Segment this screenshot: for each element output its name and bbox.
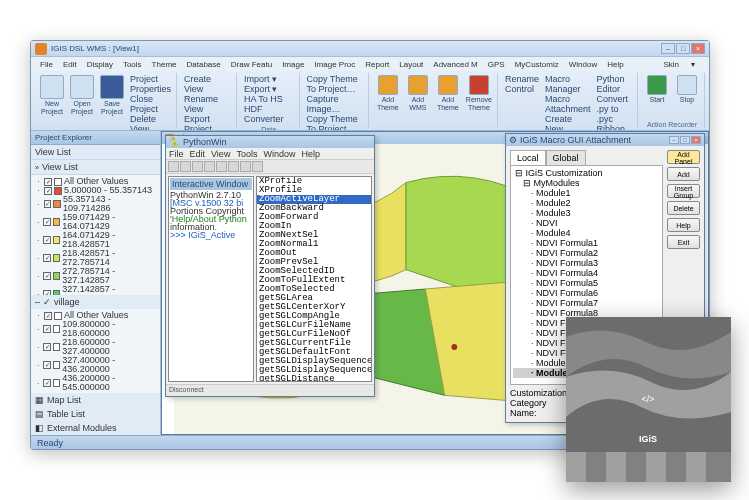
tree-root[interactable]: ⊟ IGiS Customization <box>513 168 660 178</box>
tree-node[interactable]: ·✓327.400000 - 436.200000 <box>35 356 156 374</box>
start-rec[interactable]: Start <box>643 73 671 106</box>
titlebar[interactable]: IGIS DSL WMS : [View1] – □ × <box>31 41 709 57</box>
py-menu-item[interactable]: File <box>169 149 184 159</box>
delete-button[interactable]: Delete <box>667 201 700 215</box>
external-modules[interactable]: ◧External Modules <box>31 421 160 435</box>
menu-item[interactable]: Display <box>82 60 118 69</box>
module-item[interactable]: · Module4 <box>513 228 660 238</box>
checkbox-icon[interactable]: ✓ <box>43 325 50 333</box>
py-menu-item[interactable]: Edit <box>190 149 206 159</box>
completion-item[interactable]: getSGLDistance <box>257 375 371 382</box>
add-theme-2[interactable]: Add Theme <box>434 73 462 114</box>
ribbon-item[interactable]: Close Project <box>130 94 171 114</box>
ribbon-item[interactable]: Project Properties <box>130 74 171 94</box>
checkbox-icon[interactable]: ✓ <box>44 200 52 208</box>
menu-item[interactable]: File <box>35 60 58 69</box>
module-item[interactable]: · NDVI Formula2 <box>513 248 660 258</box>
help-button[interactable]: Help <box>667 218 700 232</box>
py-menu-item[interactable]: Tools <box>236 149 257 159</box>
tree-node[interactable]: ·✓218.428571 - 272.785714 <box>35 249 156 267</box>
tree-node[interactable]: ·✓218.600000 - 327.400000 <box>35 338 156 356</box>
tab-local[interactable]: Local <box>510 150 546 165</box>
layer-tree[interactable]: ·✓All Other Values·✓5.000000 - 55.357143… <box>31 175 160 295</box>
ribbon-item[interactable]: Import ▾ <box>244 74 294 84</box>
ribbon-item[interactable]: HA To HS HDF Converter <box>244 94 294 124</box>
menu-item[interactable]: MyCustomiz <box>510 60 564 69</box>
checkbox-icon[interactable]: ✓ <box>43 297 51 307</box>
add-button[interactable]: Add <box>667 167 700 181</box>
village-tree[interactable]: ·✓All Other Values·✓109.800000 - 218.600… <box>31 309 160 393</box>
maximize-button[interactable]: □ <box>676 43 690 54</box>
ribbon-item[interactable]: Export Project Metadata <box>184 114 231 131</box>
python-console[interactable]: Interactive Window PythonWin 2.7.10 [MSC… <box>168 176 254 382</box>
add-theme[interactable]: Add Theme <box>374 73 402 114</box>
py-tool-button[interactable] <box>204 161 215 172</box>
add-panel-button[interactable]: Add Panel <box>667 150 700 164</box>
checkbox-icon[interactable]: ✓ <box>43 236 50 244</box>
section-header[interactable]: View List <box>31 145 160 159</box>
exit-button[interactable]: Exit <box>667 235 700 249</box>
stop-rec[interactable]: Stop <box>673 73 701 106</box>
module-item[interactable]: · Module2 <box>513 198 660 208</box>
py-tool-button[interactable] <box>228 161 239 172</box>
skin-selector[interactable]: Skin▾ <box>653 60 705 69</box>
module-item[interactable]: · NDVI Formula7 <box>513 298 660 308</box>
module-item[interactable]: · NDVI Formula5 <box>513 278 660 288</box>
module-item[interactable]: · NDVI <box>513 218 660 228</box>
remove-theme[interactable]: Remove Theme <box>464 73 494 114</box>
py-tool-button[interactable] <box>240 161 251 172</box>
menu-item[interactable]: Edit <box>58 60 82 69</box>
checkbox-icon[interactable]: ✓ <box>43 379 50 387</box>
ribbon-item[interactable]: Convert .py to .pyc <box>597 94 633 124</box>
tree-node[interactable]: ·✓327.142857 - 381.500000 <box>35 285 156 295</box>
ribbon-item[interactable]: Create New Macro… <box>545 114 591 131</box>
module-item[interactable]: · NDVI Formula1 <box>513 238 660 248</box>
checkbox-icon[interactable]: ✓ <box>44 312 52 320</box>
close-button[interactable]: × <box>691 43 705 54</box>
menu-item[interactable]: Image Proc <box>309 60 360 69</box>
menu-item[interactable]: Layout <box>394 60 428 69</box>
checkbox-icon[interactable]: ✓ <box>43 218 50 226</box>
add-wms[interactable]: Add WMS <box>404 73 432 114</box>
ribbon-item[interactable]: Rename View <box>184 94 231 114</box>
ribbon-item[interactable]: Copy Theme To Project… <box>307 74 363 94</box>
py-tool-button[interactable] <box>168 161 179 172</box>
minimize-button[interactable]: – <box>669 136 679 144</box>
ribbon-item[interactable]: Create View <box>184 74 231 94</box>
module-item[interactable]: · Module1 <box>513 188 660 198</box>
checkbox-icon[interactable]: ✓ <box>43 254 50 262</box>
menu-item[interactable]: Draw Featu <box>226 60 277 69</box>
ribbon-item[interactable]: Macro Manager <box>545 74 591 94</box>
tab-global[interactable]: Global <box>546 150 586 165</box>
menu-item[interactable]: Image <box>277 60 309 69</box>
checkbox-icon[interactable]: ✓ <box>43 343 50 351</box>
macro-titlebar[interactable]: ⚙ IGiS Macro GUI Attachment –□× <box>506 134 704 146</box>
ribbon-item[interactable]: Rename Control <box>505 74 539 94</box>
checkbox-icon[interactable]: ✓ <box>44 178 52 186</box>
menu-item[interactable]: Theme <box>147 60 182 69</box>
py-tool-button[interactable] <box>252 161 263 172</box>
tree-node[interactable]: ·✓272.785714 - 327.142857 <box>35 267 156 285</box>
ribbon-item[interactable]: Ribbon Manager <box>597 124 633 131</box>
py-tool-button[interactable] <box>216 161 227 172</box>
ribbon-item[interactable]: Delete View <box>130 114 171 131</box>
module-item[interactable]: · NDVI Formula4 <box>513 268 660 278</box>
section-header[interactable]: »View List <box>31 160 160 174</box>
py-tool-button[interactable] <box>192 161 203 172</box>
map-list[interactable]: ▦Map List <box>31 393 160 407</box>
module-item[interactable]: · NDVI Formula3 <box>513 258 660 268</box>
module-item[interactable]: · NDVI Formula6 <box>513 288 660 298</box>
checkbox-icon[interactable]: ✓ <box>44 187 52 195</box>
menu-item[interactable]: Report <box>360 60 394 69</box>
py-menu-item[interactable]: Help <box>301 149 320 159</box>
tree-node[interactable]: ·✓55.357143 - 109.714286 <box>35 195 156 213</box>
py-tool-button[interactable] <box>180 161 191 172</box>
tree-node[interactable]: ·✓109.800000 - 218.600000 <box>35 320 156 338</box>
ribbon-item[interactable]: Macro Attachment <box>545 94 591 114</box>
ribbon-item[interactable]: Export ▾ <box>244 84 294 94</box>
menu-item[interactable]: Tools <box>118 60 147 69</box>
minimize-button[interactable]: – <box>661 43 675 54</box>
menu-item[interactable]: Advanced M <box>428 60 482 69</box>
py-menu-item[interactable]: View <box>211 149 230 159</box>
python-titlebar[interactable]: 🐍PythonWin <box>166 136 374 148</box>
